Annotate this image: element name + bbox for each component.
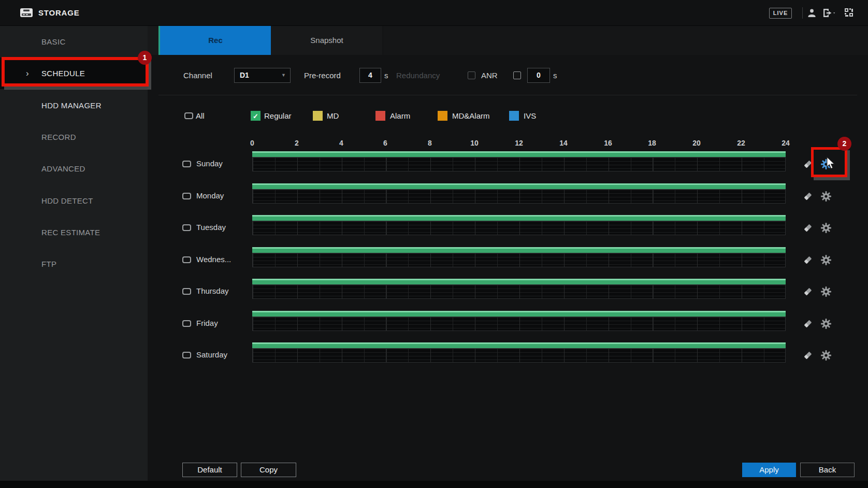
redundancy-checkbox[interactable] <box>468 71 475 79</box>
day-checkbox-wednes-[interactable] <box>182 256 191 263</box>
day-checkbox-tuesday[interactable] <box>182 224 191 231</box>
day-checkbox-monday[interactable] <box>182 193 191 199</box>
legend-swatch-alarm[interactable] <box>375 111 385 121</box>
day-label-friday: Friday <box>196 318 218 328</box>
settings-gear-icon-wednes-[interactable] <box>820 254 832 268</box>
day-checkbox-saturday[interactable] <box>182 352 191 358</box>
hour-grid <box>252 317 786 331</box>
eraser-icon-wednes-[interactable] <box>803 255 813 267</box>
legend-label-regular: Regular <box>264 111 292 121</box>
all-checkbox[interactable] <box>184 112 193 119</box>
qr-code-icon[interactable] <box>844 8 853 19</box>
prerecord-input[interactable]: 4 <box>359 68 381 83</box>
mouse-cursor-icon <box>826 157 837 171</box>
live-button[interactable]: LIVE <box>769 8 792 19</box>
anr-checkbox[interactable] <box>513 71 521 79</box>
section-divider <box>158 95 857 95</box>
prerecord-unit: s <box>384 68 388 83</box>
settings-gear-icon-saturday[interactable] <box>820 350 832 363</box>
timeline-monday[interactable] <box>252 183 786 204</box>
sidebar-item-record[interactable]: RECORD <box>0 121 148 153</box>
legend-swatch-ivs[interactable] <box>509 111 519 121</box>
legend-swatch-md-alarm[interactable] <box>438 111 447 121</box>
schedule-row-friday: Friday <box>0 311 868 332</box>
timeline-wednes-[interactable] <box>252 247 786 267</box>
timeline-sunday[interactable] <box>252 151 786 171</box>
timeline-friday[interactable] <box>252 311 786 331</box>
logout-icon[interactable] <box>822 8 838 20</box>
legend-swatch-md[interactable] <box>313 111 323 121</box>
hour-label-14: 14 <box>553 139 574 147</box>
hour-label-16: 16 <box>598 139 618 147</box>
day-label-thursday: Thursday <box>196 286 229 296</box>
hour-label-24: 24 <box>775 139 796 147</box>
hour-label-4: 4 <box>331 139 352 147</box>
topbar-divider <box>802 7 803 19</box>
day-label-sunday: Sunday <box>196 159 223 169</box>
hour-label-0: 0 <box>242 139 263 147</box>
default-button[interactable]: Default <box>182 463 237 477</box>
recording-bar-saturday <box>252 342 786 348</box>
eraser-icon-tuesday[interactable] <box>803 223 813 235</box>
apply-button[interactable]: Apply <box>742 463 796 477</box>
recording-bar-monday <box>252 183 786 189</box>
anr-input[interactable]: 0 <box>527 68 550 83</box>
day-label-saturday: Saturday <box>196 350 227 360</box>
eraser-icon-monday[interactable] <box>803 191 813 204</box>
eraser-icon-saturday[interactable] <box>803 350 813 363</box>
tab-strip: Rec Snapshot <box>148 26 868 55</box>
recording-bar-thursday <box>252 279 786 284</box>
hour-grid <box>252 348 786 363</box>
hour-label-22: 22 <box>731 139 751 147</box>
top-bar: STORAGE LIVE <box>0 0 868 26</box>
day-checkbox-thursday[interactable] <box>182 288 191 295</box>
all-label: All <box>196 111 205 121</box>
legend-label-md: MD <box>327 111 339 121</box>
channel-select[interactable]: D1 <box>234 68 291 83</box>
eraser-icon-friday[interactable] <box>803 319 813 331</box>
legend-swatch-regular[interactable] <box>251 111 261 121</box>
legend-label-md-alarm: MD&Alarm <box>452 111 490 121</box>
hour-label-2: 2 <box>286 139 307 147</box>
schedule-row-saturday: Saturday <box>0 342 868 363</box>
annotation-box-1 <box>2 57 149 87</box>
day-label-monday: Monday <box>196 191 224 201</box>
hour-grid <box>252 284 786 299</box>
hour-grid <box>252 253 786 267</box>
day-checkbox-friday[interactable] <box>182 320 191 327</box>
settings-gear-icon-thursday[interactable] <box>820 286 832 299</box>
settings-gear-icon-friday[interactable] <box>820 318 832 332</box>
day-label-tuesday: Tuesday <box>196 222 226 233</box>
back-button[interactable]: Back <box>800 463 855 477</box>
eraser-icon-thursday[interactable] <box>803 286 813 299</box>
tab-rec[interactable]: Rec <box>158 26 271 55</box>
check-icon <box>253 112 258 120</box>
hour-label-6: 6 <box>375 139 396 147</box>
user-icon[interactable] <box>807 8 817 20</box>
prerecord-label: Pre-record <box>304 68 341 83</box>
hour-label-18: 18 <box>642 139 662 147</box>
recording-bar-wednes- <box>252 247 786 253</box>
copy-button[interactable]: Copy <box>241 463 296 477</box>
sidebar-item-basic[interactable]: BASIC <box>0 26 148 58</box>
schedule-row-thursday: Thursday <box>0 279 868 299</box>
timeline-thursday[interactable] <box>252 279 786 299</box>
bottom-strip <box>0 481 868 488</box>
schedule-row-monday: Monday <box>0 183 868 204</box>
schedule-row-wednes-: Wednes... <box>0 247 868 268</box>
settings-gear-icon-monday[interactable] <box>820 191 832 204</box>
hour-label-10: 10 <box>464 139 485 147</box>
settings-gear-icon-tuesday[interactable] <box>820 222 832 236</box>
timeline-saturday[interactable] <box>252 342 786 363</box>
redundancy-label: Redundancy <box>396 68 440 83</box>
day-checkbox-sunday[interactable] <box>182 161 191 167</box>
timeline-tuesday[interactable] <box>252 215 786 235</box>
tab-snapshot[interactable]: Snapshot <box>271 26 383 55</box>
channel-value: D1 <box>240 71 249 79</box>
page-title: STORAGE <box>38 0 80 26</box>
day-label-wednes-: Wednes... <box>196 254 231 265</box>
nvr-storage-screen: STORAGE LIVE BASICSCHEDULEHDD <box>0 0 868 488</box>
hour-label-8: 8 <box>419 139 440 147</box>
sidebar-item-hdd-manager[interactable]: HDD MANAGER <box>0 90 148 121</box>
legend-label-ivs: IVS <box>524 111 536 121</box>
